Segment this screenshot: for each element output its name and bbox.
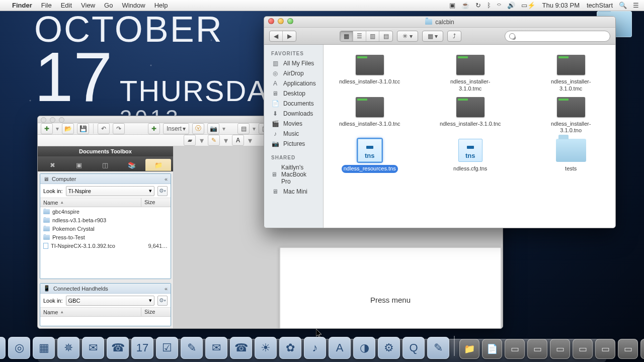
arrange-menu[interactable]: ▦ ▾ [422,31,443,42]
min-6-icon[interactable]: ▭ [618,339,638,359]
ti-new-doc-button[interactable]: ✚ [41,123,53,134]
computer-section-header[interactable]: 🖥 Computer « [40,174,171,184]
list-row[interactable]: ndless-v3.1-beta-r903 [40,216,171,224]
ti-open-button[interactable]: 📂 [62,123,74,134]
timemachine-icon[interactable]: ↻ [475,2,481,9]
mail-icon[interactable]: ✉ [82,337,104,359]
sidebar-item[interactable]: 📄Documents [264,99,323,109]
min-5-icon[interactable]: ▭ [595,339,615,359]
ti-redo-button[interactable]: ↷ [113,123,125,134]
wifi-icon[interactable]: ⌔ [497,2,501,9]
sidebar-item[interactable]: 🖥Mac Mini [264,187,323,197]
ti-font-color-button[interactable]: A [232,135,244,146]
menu-file[interactable]: File [41,2,52,9]
forward-button[interactable]: ▶ [283,31,296,41]
itunes-icon[interactable]: ♪ [304,337,326,359]
device-screen[interactable]: Press menu [279,247,502,329]
ti-insert-page-button[interactable]: ✚ [148,123,160,134]
appstore-icon[interactable]: A [329,337,351,359]
menu-go[interactable]: Go [104,2,113,9]
list-row[interactable]: gbc4nspire [40,207,171,216]
column-view-button[interactable]: ▥ [366,31,379,41]
ti-highlight-button[interactable]: ✎ [208,135,220,146]
sidebar-item[interactable]: ▥All My Files [264,58,323,68]
ti-minimize-button[interactable] [50,117,55,123]
computer-lookin-combo[interactable]: TI-Nspire▾ [66,186,154,196]
photobooth-icon[interactable]: ☀ [255,337,277,359]
close-button[interactable] [268,18,274,24]
contacts-icon[interactable]: ☎ [107,337,129,359]
finder-file-area[interactable]: ndless_installer-3.1.0.tccndless_install… [324,45,616,228]
col-name[interactable]: Name ▲ [40,198,141,207]
messages-icon[interactable]: ✉ [205,337,227,359]
screen-share-icon[interactable]: ▣ [449,2,455,9]
reminders-icon[interactable]: ☑ [156,337,178,359]
file-item[interactable]: tnsndless.cfg.tns [435,139,506,173]
toolbox-tab-tools[interactable]: ✖ [40,159,65,171]
sidebar-item[interactable]: ⬇Downloads [264,109,323,119]
menu-window[interactable]: Window [122,2,145,9]
ti-close-button[interactable] [41,117,46,123]
toolbox-tab-pages[interactable]: ▣ [66,159,92,171]
quicktime-icon[interactable]: Q [403,337,425,359]
minimize-button[interactable] [278,18,284,24]
ti-fill-button[interactable]: ▰ [184,135,196,146]
trash-icon[interactable]: 🗑 [640,339,644,359]
battery-icon[interactable]: ▭⚡ [521,2,535,9]
ti-capture-button[interactable]: 📷 [207,123,219,134]
notification-center-icon[interactable]: ☰ [633,2,639,9]
computer-file-list[interactable]: gbc4nspirendless-v3.1-beta-r903Pokemon C… [40,207,171,279]
toolbox-tab-libraries[interactable]: 📚 [119,159,145,171]
sidebar-item[interactable]: 🖥Desktop [264,88,323,99]
safari-icon[interactable]: ✵ [57,337,79,359]
file-item[interactable]: ndless_installer-3.1.0.tmc [536,55,606,93]
mission-control-icon[interactable]: ▦ [33,337,55,359]
min-1-icon[interactable]: ▭ [505,339,525,359]
menu-help[interactable]: Help [154,2,168,9]
computer-settings-button[interactable]: ⚙▾ [157,186,168,196]
sidebar-item[interactable]: 🎬Movies [264,119,323,129]
tinspire-icon[interactable]: ✎ [427,337,449,359]
finder-titlebar[interactable]: calcbin [264,17,615,28]
share-button[interactable]: ⤴ [447,31,461,42]
caffeine-icon[interactable]: ☕ [461,2,469,9]
ti-undo-button[interactable]: ↶ [98,123,110,134]
collapse-icon[interactable]: « [165,176,168,182]
col-name[interactable]: Name ▲ [40,308,141,316]
file-item[interactable]: ndless_installer-3.1.0.tcc [335,55,405,93]
ti-insert-dropdown[interactable]: Insert ▾ [163,123,189,134]
file-item[interactable]: ndless_installer-3.1.0.tno [536,97,606,135]
list-view-button[interactable]: ☰ [353,31,366,41]
file-item[interactable]: ndless_installer-3.1.0.tmc [435,55,506,93]
ti-layout-button[interactable]: ▤ [237,123,250,134]
col-size[interactable]: Size [141,308,171,316]
handhelds-lookin-combo[interactable]: GBC▾ [66,296,154,306]
list-row[interactable]: Press-to-Test [40,233,171,241]
ti-save-button[interactable]: 💾 [77,123,89,134]
icon-view-button[interactable]: ▦ [340,31,353,41]
volume-icon[interactable]: 🔊 [507,2,515,9]
col-size[interactable]: Size [141,198,171,207]
zoom-button[interactable] [287,18,293,24]
collapse-icon[interactable]: « [165,286,168,292]
sidebar-item[interactable]: 📷Pictures [264,139,323,149]
back-button[interactable]: ◀ [270,31,283,41]
bluetooth-icon[interactable]: ᛒ [487,2,491,9]
menu-view[interactable]: View [81,2,95,9]
spotlight-icon[interactable]: 🔍 [619,2,627,9]
sysprefs-icon[interactable]: ⚙ [378,337,400,359]
coverflow-view-button[interactable]: ▤ [379,31,392,41]
sidebar-item[interactable]: 🖥Kaitlyn's MacBook Pro [264,162,323,187]
menubar-user[interactable]: techStart [587,2,613,9]
list-row[interactable]: TI-NspireCX-3.1.0.392.tco9,641… [40,241,171,250]
min-2-icon[interactable]: ▭ [527,339,547,359]
file-item[interactable]: tests [536,139,606,173]
min-4-icon[interactable]: ▭ [573,339,593,359]
min-3-icon[interactable]: ▭ [550,339,570,359]
handhelds-section-header[interactable]: 📱 Connected Handhelds « [40,284,171,294]
file-item[interactable]: ndless_installer-3.1.0.tnc [435,97,506,135]
calendar-icon[interactable]: 17 [131,337,153,359]
menubar-clock[interactable]: Thu 9:03 PM [542,2,580,9]
folder-1-icon[interactable]: 📁 [459,339,479,359]
file-item[interactable]: ndless_installer-3.1.0.tnc [335,97,405,135]
